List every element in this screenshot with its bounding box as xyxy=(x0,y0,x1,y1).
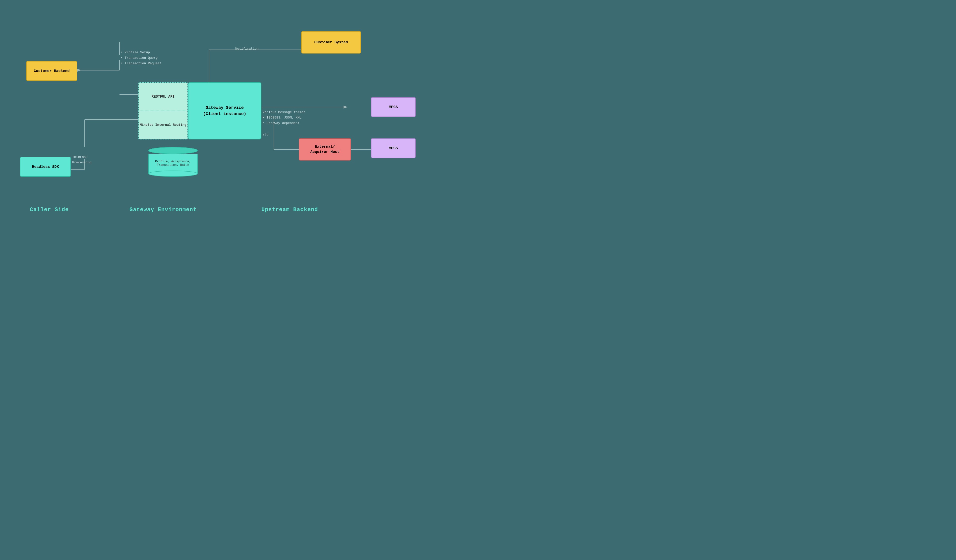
mpgs-bottom-label: MPGS xyxy=(389,146,398,151)
minesec-routing-box: MineSec Internal Routing xyxy=(139,111,187,139)
customer-system-box: Customer System xyxy=(301,31,361,53)
notification-label: Notification xyxy=(235,47,259,50)
caller-side-label: Caller Side xyxy=(30,207,69,213)
external-acquirer-label: External/Acquirer Host xyxy=(310,144,339,155)
db-body: Profile, Acceptance, Transaction, Batch xyxy=(148,154,198,173)
mpgs-top-box: MPGS xyxy=(371,97,416,117)
database-container: Profile, Acceptance, Transaction, Batch xyxy=(148,147,198,177)
restful-api-label: RESTFUL API xyxy=(152,94,175,99)
gateway-environment-label: Gateway Environment xyxy=(129,207,197,213)
customer-backend-box: Customer Backend xyxy=(26,61,77,81)
external-acquirer-box: External/Acquirer Host xyxy=(299,138,351,160)
diagram-container: Customer Backend Headless SDK RESTFUL AP… xyxy=(0,0,478,280)
customer-backend-label: Customer Backend xyxy=(34,68,69,74)
db-top xyxy=(148,147,198,154)
gateway-dependent-label: • Gateway dependent xyxy=(263,121,305,126)
internal-processing-text: InternalProcessing xyxy=(72,155,92,164)
section-caller-side: Caller Side xyxy=(30,207,69,213)
std-label: std xyxy=(263,133,268,137)
annotation-transaction-request: • Transaction Request xyxy=(121,61,162,66)
minesec-routing-label: MineSec Internal Routing xyxy=(140,123,186,127)
gateway-service-label: Gateway Service(Client instance) xyxy=(203,105,246,117)
iso-json-label: • ISO8583, JSON, XML xyxy=(263,115,305,121)
annotation-internal-processing: InternalProcessing xyxy=(72,154,92,165)
annotation-transaction-query: • Transaction Query xyxy=(121,55,162,61)
headless-sdk-box: Headless SDK xyxy=(20,157,71,177)
db-bottom xyxy=(148,171,198,177)
headless-sdk-label: Headless SDK xyxy=(32,164,59,170)
annotation-profile-setup: • Profile Setup xyxy=(121,50,162,55)
gateway-service-box: Gateway Service(Client instance) xyxy=(188,82,261,140)
mpgs-top-label: MPGS xyxy=(389,105,398,110)
internal-dashed-box: RESTFUL API MineSec Internal Routing xyxy=(138,82,188,140)
mpgs-bottom-box: MPGS xyxy=(371,138,416,158)
customer-system-label: Customer System xyxy=(314,40,348,45)
annotation-requests: • Profile Setup • Transaction Query • Tr… xyxy=(121,50,162,66)
section-upstream-backend: Upstream Backend xyxy=(261,207,318,213)
annotation-std: std xyxy=(263,132,268,137)
annotation-notification: Notification xyxy=(235,46,259,52)
restful-api-box: RESTFUL API xyxy=(139,83,187,111)
upstream-backend-label: Upstream Backend xyxy=(261,207,318,213)
section-gateway-environment: Gateway Environment xyxy=(129,207,197,213)
annotation-message-format: Various message format • ISO8583, JSON, … xyxy=(263,110,305,126)
various-message-label: Various message format xyxy=(263,110,305,115)
db-label: Profile, Acceptance, Transaction, Batch xyxy=(151,160,195,167)
